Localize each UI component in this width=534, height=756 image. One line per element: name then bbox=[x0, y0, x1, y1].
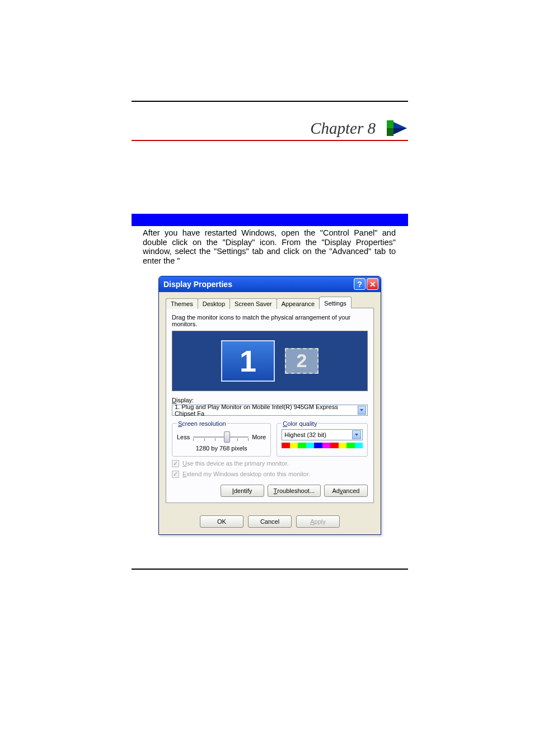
screen-resolution-group: Screen resolution Less More 1280 bbox=[172, 420, 271, 457]
drag-instruction: Drag the monitor icons to match the phys… bbox=[172, 314, 368, 327]
display-properties-dialog: Display Properties ? ✕ Themes Desktop Sc… bbox=[158, 276, 381, 535]
panel-buttons: Identify Troubleshoot... Advanced bbox=[172, 485, 368, 497]
display-label: Display: bbox=[172, 397, 368, 403]
tab-strip: Themes Desktop Screen Saver Appearance S… bbox=[166, 297, 374, 308]
color-quality-value: Highest (32 bit) bbox=[284, 431, 326, 438]
dropdown-arrow-icon bbox=[358, 406, 366, 415]
identify-button[interactable]: Identify bbox=[221, 485, 264, 497]
primary-monitor-checkbox: ✓ Use this device as the primary monitor… bbox=[172, 460, 368, 467]
titlebar: Display Properties ? ✕ bbox=[159, 276, 381, 292]
monitor-2-icon[interactable]: 2 bbox=[285, 348, 318, 374]
screen-resolution-legend: Screen resolution bbox=[177, 420, 227, 427]
resolution-slider[interactable] bbox=[193, 431, 249, 443]
dropdown-arrow-icon bbox=[352, 430, 361, 439]
monitor-arrangement[interactable]: 1 2 bbox=[172, 331, 368, 391]
advanced-button[interactable]: Advanced bbox=[324, 485, 368, 497]
close-button[interactable]: ✕ bbox=[367, 278, 378, 290]
tab-settings[interactable]: Settings bbox=[319, 297, 352, 308]
help-button[interactable]: ? bbox=[354, 278, 366, 290]
color-bar bbox=[282, 443, 363, 448]
tab-desktop[interactable]: Desktop bbox=[198, 298, 230, 309]
tab-appearance[interactable]: Appearance bbox=[277, 298, 320, 309]
tab-themes[interactable]: Themes bbox=[166, 298, 198, 309]
apply-button: Apply bbox=[296, 515, 340, 528]
tab-screen-saver[interactable]: Screen Saver bbox=[229, 298, 277, 309]
settings-panel: Drag the monitor icons to match the phys… bbox=[166, 308, 374, 503]
cancel-button[interactable]: Cancel bbox=[248, 515, 292, 528]
troubleshoot-button[interactable]: Troubleshoot... bbox=[268, 485, 321, 497]
window-title: Display Properties bbox=[163, 280, 353, 289]
chapter-title: Chapter 8 bbox=[310, 119, 376, 138]
color-quality-group: Color quality Highest (32 bit) bbox=[277, 420, 368, 457]
resolution-value: 1280 by 768 pixels bbox=[177, 445, 266, 452]
chapter-header: Chapter 8 bbox=[132, 119, 408, 141]
slider-less-label: Less bbox=[177, 434, 190, 440]
display-select[interactable]: 1. Plug and Play Monitor on Mobile Intel… bbox=[172, 405, 368, 416]
dialog-buttons: OK Cancel Apply bbox=[159, 510, 381, 534]
body-text: After you have restarted Windows, open t… bbox=[132, 228, 408, 266]
color-quality-select[interactable]: Highest (32 bit) bbox=[282, 429, 363, 440]
slider-more-label: More bbox=[252, 434, 266, 440]
top-rule bbox=[132, 101, 408, 102]
monitor-1-icon[interactable]: 1 bbox=[221, 340, 275, 382]
ok-button[interactable]: OK bbox=[200, 515, 243, 528]
display-select-value: 1. Plug and Play Monitor on Mobile Intel… bbox=[175, 403, 358, 417]
color-quality-legend: Color quality bbox=[282, 420, 318, 427]
slider-thumb[interactable] bbox=[224, 431, 230, 443]
bottom-rule bbox=[132, 569, 408, 570]
chapter-logo-icon bbox=[386, 119, 408, 138]
extend-desktop-checkbox: ✓ Extend my Windows desktop onto this mo… bbox=[172, 471, 368, 478]
section-bar bbox=[132, 214, 408, 226]
